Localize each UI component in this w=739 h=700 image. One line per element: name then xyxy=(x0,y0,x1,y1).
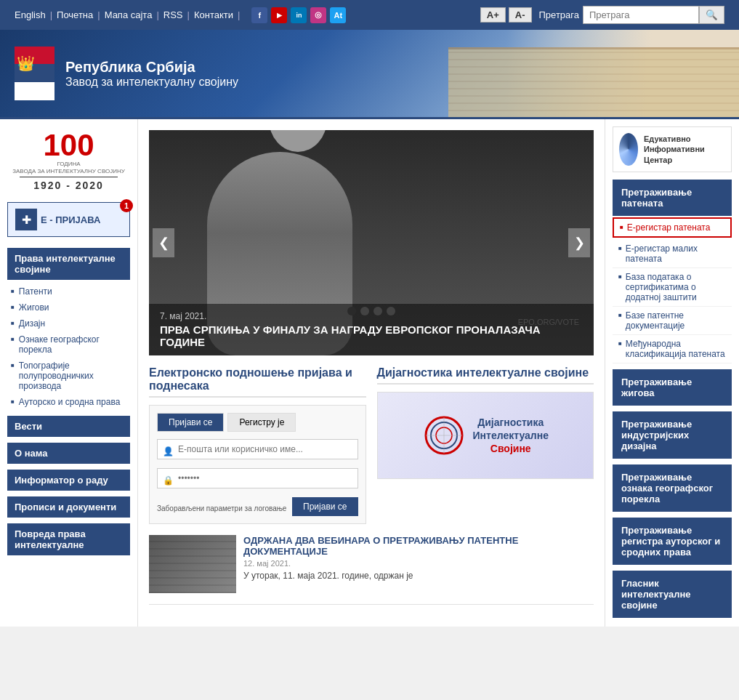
anniversary-logo: 100 ГОДИНА ЗАВОДА ЗА ИНТЕЛЕКТУАЛНУ СВОЈИ… xyxy=(7,130,130,191)
diagnostics-image[interactable]: Дијагностика Интелектуалне Својине xyxy=(377,392,594,479)
news-thumbnail xyxy=(149,535,236,593)
patent-link-1[interactable]: Е-регистар патената xyxy=(613,217,732,238)
header-text: Република Србија Завод за интелектуалну … xyxy=(65,59,238,89)
email-input[interactable] xyxy=(157,439,358,459)
social-icons: f ▶ in ◎ At xyxy=(251,7,346,23)
top-bar: English | Почетна | Мапа сајта | RSS | К… xyxy=(0,0,739,30)
sidebar-section-regulations[interactable]: Прописи и документи xyxy=(7,496,130,518)
slider-title: ПРВА СРПКИЊА У ФИНАЛУ ЗА НАГРАДУ ЕВРОПСК… xyxy=(160,323,583,348)
design-search-button[interactable]: Претраживање индустријских дизајна xyxy=(613,411,732,459)
center-content: EPO.ORG/VOTE 7. мај 2021. ПРВА СРПКИЊА У… xyxy=(138,119,605,627)
news-content: ОДРЖАНА ДВА ВЕБИНАРА О ПРЕТРАЖИВАЊУ ПАТЕ… xyxy=(243,535,594,593)
search-button[interactable]: 🔍 xyxy=(699,6,724,24)
link-rss[interactable]: RSS xyxy=(163,9,183,20)
sidebar-item-trademarks[interactable]: Жигови xyxy=(7,299,130,315)
register-tab[interactable]: Регистру је xyxy=(227,413,296,432)
patent-link-3[interactable]: База података о сертификатима о додатној… xyxy=(613,268,732,307)
sidebar-section-about[interactable]: О нама xyxy=(7,443,130,464)
institute-name: Завод за интелектуалну својину xyxy=(65,76,238,89)
flag-emblem: 👑 xyxy=(17,55,37,72)
serbia-flag: 👑 xyxy=(15,47,54,101)
header-building xyxy=(448,30,739,117)
search-label: Претрага xyxy=(539,9,579,20)
notification-badge: 1 xyxy=(120,199,133,212)
header-logo: 👑 Република Србија Завод за интелектуалн… xyxy=(15,47,238,101)
geo-search-button[interactable]: Претраживање ознака географског порекла xyxy=(613,464,732,512)
republic-name: Република Србија xyxy=(65,59,238,76)
slider-date: 7. мај 2021. xyxy=(160,311,583,321)
sidebar-section-news[interactable]: Вести xyxy=(7,416,130,437)
sidebar-section-violation[interactable]: Повреда права интелектуалне xyxy=(7,523,130,555)
link-contacts[interactable]: Контакти xyxy=(194,9,233,20)
diagnostics-section: Дијагностика интелектуалне својине xyxy=(377,366,594,524)
edu-center[interactable]: Едукативно Информативни Центар xyxy=(613,126,732,172)
anniversary-institute-full: ЗАВОДА ЗА ИНТЕЛЕКТУАЛНУ СВОЈИНУ xyxy=(7,168,130,175)
email-field-container: 👤 xyxy=(157,439,358,464)
lock-icon: 🔒 xyxy=(163,475,174,486)
anniversary-years: 1920 - 2020 xyxy=(7,180,130,191)
patent-link-4[interactable]: Базе патентне документације xyxy=(613,307,732,335)
patent-link-5[interactable]: Међународна класификација патената xyxy=(613,335,732,363)
link-home[interactable]: Почетна xyxy=(57,9,93,20)
login-tab[interactable]: Пријави се xyxy=(157,413,224,432)
linkedin-icon[interactable]: in xyxy=(291,7,307,23)
main-container: 100 ГОДИНА ЗАВОДА ЗА ИНТЕЛЕКТУАЛНУ СВОЈИ… xyxy=(0,117,739,627)
news-item: ОДРЖАНА ДВА ВЕБИНАРА О ПРЕТРАЖИВАЊУ ПАТЕ… xyxy=(149,535,594,605)
font-increase-button[interactable]: A+ xyxy=(480,7,506,23)
instagram-icon[interactable]: ◎ xyxy=(310,7,326,23)
sidebar-item-copyright[interactable]: Ауторско и сродна права xyxy=(7,394,130,410)
font-size-controls: A+ A- xyxy=(480,7,532,23)
diagnostics-svg xyxy=(422,414,466,457)
sidebar-item-topographies[interactable]: Топографије полупроводничких производа xyxy=(7,358,130,394)
trademark-search-button[interactable]: Претраживање жигова xyxy=(613,369,732,406)
password-input[interactable] xyxy=(157,468,358,488)
author-search-button[interactable]: Претраживање регистра ауторског и сродни… xyxy=(613,518,732,565)
header: 👑 Република Србија Завод за интелектуалн… xyxy=(0,30,739,117)
search-input[interactable] xyxy=(583,6,699,24)
user-icon: 👤 xyxy=(163,446,174,456)
e-prijava-button[interactable]: ✚ Е - ПРИЈАВА 1 xyxy=(7,202,130,237)
patent-link-2[interactable]: Е-регистар малих патената xyxy=(613,240,732,268)
slider-prev-button[interactable]: ❮ xyxy=(153,228,174,257)
sidebar-item-patents[interactable]: Патенти xyxy=(7,283,130,299)
anniversary-100: 100 xyxy=(43,130,94,161)
e-prijava-label: Е - ПРИЈАВА xyxy=(41,214,100,225)
login-form: Пријави се Регистру је 👤 🔒 Заборављени п… xyxy=(149,405,366,524)
font-decrease-button[interactable]: A- xyxy=(509,7,532,23)
sidebar-item-geo-marks[interactable]: Ознаке географског порекла xyxy=(7,331,130,358)
slider-caption: 7. мај 2021. ПРВА СРПКИЊА У ФИНАЛУ ЗА НА… xyxy=(149,304,594,355)
sidebar-section-ip-rights[interactable]: Права интелектуалне својине xyxy=(7,248,130,280)
youtube-icon[interactable]: ▶ xyxy=(271,7,287,23)
bulletin-button[interactable]: Гласник интелектуалне својине xyxy=(613,571,732,618)
edu-center-logo xyxy=(619,133,638,166)
facebook-icon[interactable]: f xyxy=(251,7,267,23)
link-english[interactable]: English xyxy=(15,9,46,20)
sidebar-item-designs[interactable]: Дизајн xyxy=(7,315,130,331)
diagnostics-title: Дијагностика интелектуалне својине xyxy=(377,366,594,385)
top-nav-links: English | Почетна | Мапа сајта | RSS | К… xyxy=(15,7,353,23)
link-sitemap[interactable]: Мапа сајта xyxy=(105,9,153,20)
sidebar-section-informator[interactable]: Информатор о раду xyxy=(7,470,130,491)
edu-center-text: Едукативно Информативни Центар xyxy=(644,134,725,165)
login-submit-button[interactable]: Пријави се xyxy=(292,497,358,516)
diagnostics-logo: Дијагностика Интелектуалне Својине xyxy=(422,414,549,457)
e-filing-section: Електронско подношење пријава и поднесак… xyxy=(149,366,366,524)
e-prijava-icon: ✚ xyxy=(15,209,37,230)
twitter-icon[interactable]: At xyxy=(330,7,346,23)
patent-search-button[interactable]: Претраживање патената xyxy=(613,180,732,216)
password-field-container: 🔒 xyxy=(157,468,358,493)
news-title[interactable]: ОДРЖАНА ДВА ВЕБИНАРА О ПРЕТРАЖИВАЊУ ПАТЕ… xyxy=(243,535,594,557)
slider-next-button[interactable]: ❯ xyxy=(568,228,590,257)
form-tabs: Пријави се Регистру је xyxy=(157,413,358,432)
news-slider: EPO.ORG/VOTE 7. мај 2021. ПРВА СРПКИЊА У… xyxy=(149,130,594,355)
news-date: 12. мај 2021. xyxy=(243,559,594,568)
search-bar: Претрага 🔍 xyxy=(539,6,724,24)
left-sidebar: 100 ГОДИНА ЗАВОДА ЗА ИНТЕЛЕКТУАЛНУ СВОЈИ… xyxy=(0,119,138,627)
forgot-password-link[interactable]: Заборављени параметри за логовање xyxy=(157,504,286,512)
form-actions: Заборављени параметри за логовање Пријав… xyxy=(157,497,358,516)
news-excerpt: У уторак, 11. маја 2021. године, одржан … xyxy=(243,571,594,581)
e-filing-title: Електронско подношење пријава и поднесак… xyxy=(149,366,366,398)
bottom-sections: Електронско подношење пријава и поднесак… xyxy=(149,366,594,524)
diagnostics-text: Дијагностика Интелектуалне Својине xyxy=(473,416,549,456)
right-sidebar: Едукативно Информативни Центар Претражив… xyxy=(605,119,739,627)
